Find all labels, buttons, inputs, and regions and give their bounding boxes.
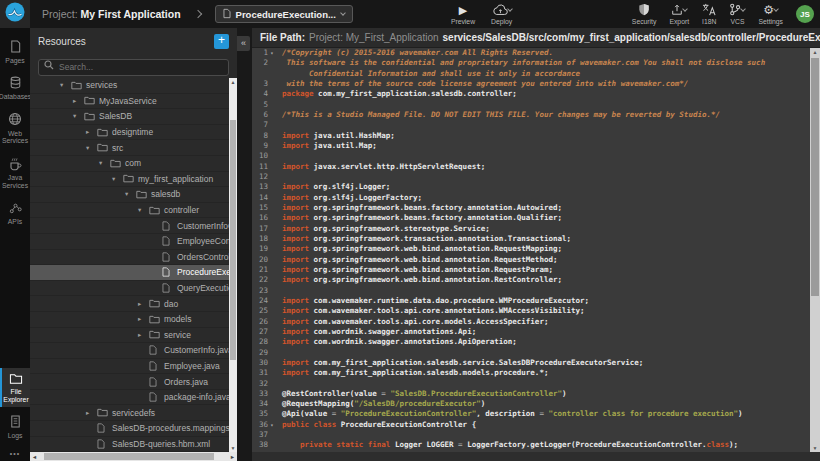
wavemaker-logo[interactable]: [0, 0, 30, 28]
code-line[interactable]: 34@RequestMapping("/SalesDB/procedureExe…: [252, 399, 810, 409]
sidebar-item-logs[interactable]: Logs: [0, 411, 30, 443]
tree-item[interactable]: ▸models: [30, 312, 229, 328]
code-line[interactable]: 19import org.springframework.web.bind.an…: [252, 244, 810, 254]
code-line[interactable]: 31import com.my_first_application.salesd…: [252, 368, 810, 378]
tree-item[interactable]: ▸designtime: [30, 125, 229, 141]
open-file-dropdown[interactable]: ProcedureExecution...: [215, 5, 353, 23]
tree-item[interactable]: ▾controller: [30, 203, 229, 219]
code-line[interactable]: 29: [252, 348, 810, 358]
code-line[interactable]: 8import java.util.HashMap;: [252, 131, 810, 141]
preview-button[interactable]: ▶ Preview: [451, 3, 475, 25]
scroll-up-icon[interactable]: ▲: [229, 78, 237, 86]
expand-arrow-icon[interactable]: ▾: [86, 144, 97, 152]
code-line[interactable]: 28import com.wordnik.swagger.annotations…: [252, 337, 810, 347]
expand-arrow-icon[interactable]: ▸: [138, 300, 149, 308]
tree-item[interactable]: ▾src: [30, 140, 229, 156]
tree-item[interactable]: ▸MyJavaService: [30, 94, 229, 110]
code-line[interactable]: 9import java.util.Map;: [252, 141, 810, 151]
code-line[interactable]: 14import org.slf4j.LoggerFactory;: [252, 193, 810, 203]
code-line[interactable]: 7: [252, 120, 810, 130]
expand-arrow-icon[interactable]: ▸: [86, 128, 97, 136]
tree-item[interactable]: SalesDB-procedures.mappings.json: [30, 421, 229, 437]
expand-arrow-icon[interactable]: ▾: [138, 206, 149, 214]
tree-item[interactable]: SalesDB-queries.hbm.xml: [30, 437, 229, 452]
code-line[interactable]: 27import com.wordnik.swagger.annotations…: [252, 327, 810, 337]
tree-item[interactable]: ▾SalesDB: [30, 109, 229, 125]
code-line[interactable]: 3 with the terms of the source code lice…: [252, 79, 810, 89]
expand-arrow-icon[interactable]: ▾: [99, 159, 110, 167]
tree-item[interactable]: Employee.java: [30, 359, 229, 375]
sidebar-item-web-services[interactable]: Web Services: [0, 108, 30, 149]
expand-arrow-icon[interactable]: ▾: [60, 81, 71, 89]
deploy-button[interactable]: Deploy: [491, 3, 512, 25]
tree-item[interactable]: package-info.java: [30, 390, 229, 406]
code-line[interactable]: 15import org.springframework.beans.facto…: [252, 203, 810, 213]
fold-arrow-icon[interactable]: ▾: [268, 420, 276, 430]
tree-item[interactable]: ▾my_first_application: [30, 172, 229, 188]
settings-button[interactable]: ⚙ Settings: [758, 3, 783, 25]
expand-arrow-icon[interactable]: ▸: [138, 331, 149, 339]
code-line[interactable]: 24import com.wavemaker.runtime.data.dao.…: [252, 296, 810, 306]
code-line[interactable]: 6/*This is a Studio Managed File. DO NOT…: [252, 110, 810, 120]
tree-horizontal-scrollbar[interactable]: ◄ ►: [30, 452, 237, 461]
code-line[interactable]: 10: [252, 151, 810, 161]
code-line[interactable]: 36▾public class ProcedureExecutionContro…: [252, 420, 810, 430]
code-line[interactable]: 5: [252, 100, 810, 110]
scroll-down-icon[interactable]: ▼: [810, 444, 820, 452]
code-line[interactable]: 13import org.slf4j.Logger;: [252, 182, 810, 192]
tree-item[interactable]: CustomerInfo.java: [30, 343, 229, 359]
tree-item[interactable]: ▾services: [30, 78, 229, 94]
tree-item[interactable]: ▸service: [30, 328, 229, 344]
expand-arrow-icon[interactable]: ▾: [125, 190, 136, 198]
code-line[interactable]: 25import com.wavemaker.tools.api.core.an…: [252, 306, 810, 316]
code-line[interactable]: 12: [252, 172, 810, 182]
tree-item[interactable]: EmployeeController.java: [30, 234, 229, 250]
scroll-right-icon[interactable]: ►: [228, 454, 237, 460]
tree-item[interactable]: CustomerInfoController.java: [30, 218, 229, 234]
scroll-up-icon[interactable]: ▲: [810, 48, 820, 56]
expand-arrow-icon[interactable]: ▾: [112, 175, 123, 183]
export-button[interactable]: Export: [669, 3, 689, 25]
code-line[interactable]: 26import com.wavemaker.tools.api.core.mo…: [252, 317, 810, 327]
tree-item[interactable]: ProcedureExecutionController.java: [30, 265, 229, 281]
security-button[interactable]: Security: [632, 3, 657, 25]
tree-item[interactable]: ▸dao: [30, 296, 229, 312]
i18n-button[interactable]: I18N: [702, 3, 716, 25]
code-line[interactable]: 21import org.springframework.web.bind.an…: [252, 265, 810, 275]
tree-item[interactable]: OrdersController.java: [30, 250, 229, 266]
code-line[interactable]: 23: [252, 286, 810, 296]
code-line[interactable]: 38 private static final Logger LOGGER = …: [252, 440, 810, 450]
editor-vertical-scrollbar[interactable]: ▲ ▼: [810, 48, 820, 452]
tree-item[interactable]: ▾salesdb: [30, 187, 229, 203]
tree-vertical-scrollbar[interactable]: ▲ ▼: [229, 78, 237, 452]
expand-arrow-icon[interactable]: ▾: [73, 112, 84, 120]
more-options-icon[interactable]: •••: [0, 447, 30, 461]
tree-item[interactable]: ▾com: [30, 156, 229, 172]
code-line[interactable]: 33@RestController(value = "SalesDB.Proce…: [252, 389, 810, 399]
code-line[interactable]: 35@Api(value = "ProcedureExecutionContro…: [252, 409, 810, 419]
scroll-down-icon[interactable]: ▼: [229, 444, 237, 452]
expand-arrow-icon[interactable]: ▸: [73, 97, 84, 105]
sidebar-item-apis[interactable]: APIs: [0, 197, 30, 229]
sidebar-item-file-explorer[interactable]: File Explorer: [0, 368, 30, 408]
fold-arrow-icon[interactable]: ▾: [268, 48, 276, 58]
code-line[interactable]: 37: [252, 430, 810, 440]
expand-arrow-icon[interactable]: ▸: [138, 315, 149, 323]
code-line[interactable]: 20import org.springframework.web.bind.an…: [252, 255, 810, 265]
user-avatar[interactable]: JS: [796, 5, 814, 23]
code-line[interactable]: 30import com.my_first_application.salesd…: [252, 358, 810, 368]
code-line[interactable]: 17import org.springframework.stereotype.…: [252, 224, 810, 234]
expand-arrow-icon[interactable]: ▸: [86, 409, 97, 417]
tree-item[interactable]: Orders.java: [30, 374, 229, 390]
editor-horizontal-scrollbar[interactable]: [252, 452, 820, 461]
code-line[interactable]: 16import org.springframework.beans.facto…: [252, 213, 810, 223]
code-line[interactable]: Confidential Information and shall use i…: [252, 69, 810, 79]
add-resource-button[interactable]: +: [214, 34, 229, 49]
code-line[interactable]: 11import javax.servlet.http.HttpServletR…: [252, 162, 810, 172]
sidebar-item-pages[interactable]: Pages: [0, 36, 30, 68]
search-input[interactable]: [38, 59, 229, 76]
sidebar-item-java-services[interactable]: Java Services: [0, 153, 30, 194]
code-line[interactable]: 2 This software is the confidential and …: [252, 58, 810, 68]
tree-item[interactable]: ▸servicedefs: [30, 405, 229, 421]
collapse-panel-button[interactable]: «: [237, 36, 250, 51]
